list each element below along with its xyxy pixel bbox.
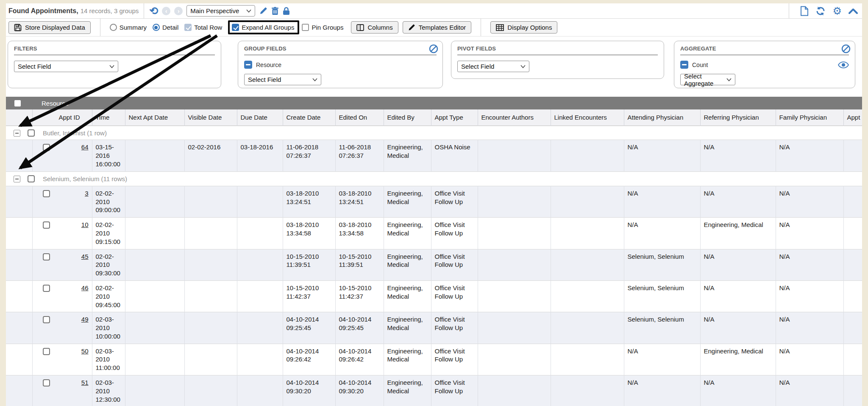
row-select-checkbox[interactable]	[43, 316, 50, 323]
group-expand-checkbox[interactable]	[14, 176, 20, 182]
row-select-checkbox[interactable]	[43, 379, 50, 386]
new-document-icon[interactable]	[800, 6, 809, 16]
pin-groups-checkbox[interactable]: Pin Groups	[302, 24, 343, 31]
col-next-apt-date[interactable]: Next Apt Date	[125, 109, 184, 126]
cell	[843, 186, 862, 217]
cell: N/A	[776, 312, 843, 344]
cell	[551, 280, 624, 312]
col-appt-type[interactable]: Appt Type	[431, 109, 478, 126]
col-attending-physician[interactable]: Attending Physician	[624, 109, 700, 126]
row-select-checkbox[interactable]	[43, 285, 50, 292]
gear-icon[interactable]: ⚙	[832, 6, 842, 16]
col-edited-on[interactable]: Edited On	[335, 109, 384, 126]
filters-title: FILTERS	[14, 45, 215, 55]
col-due-date[interactable]: Due Date	[237, 109, 283, 126]
filters-panel: FILTERS Select Field	[8, 41, 221, 88]
cell	[551, 249, 624, 280]
appt-id-link[interactable]: 46	[81, 284, 89, 291]
appt-id-link[interactable]: 45	[81, 253, 89, 260]
columns-icon	[356, 24, 364, 31]
divider	[100, 19, 100, 36]
appointments-table: Resource Appt ID Time Next Apt Date Visi…	[6, 97, 862, 406]
aggregate-select[interactable]: Select Aggregate	[680, 74, 735, 85]
col-appt-re[interactable]: Appt Re	[843, 109, 862, 126]
col-appt-id[interactable]: Appt ID	[32, 109, 92, 126]
group-field-resource: Resource	[256, 62, 281, 68]
chevron-down-icon	[246, 9, 251, 13]
cell	[843, 140, 862, 171]
clear-aggregate-icon[interactable]	[841, 44, 851, 53]
group-row: Selenium, Selenium (11 rows)	[6, 171, 862, 186]
appt-id-cell: 3	[32, 186, 92, 217]
col-time[interactable]: Time	[92, 109, 125, 126]
cell	[125, 312, 184, 344]
col-visible-date[interactable]: Visible Date	[184, 109, 237, 126]
col-family-physician[interactable]: Family Physician	[776, 109, 843, 126]
col-linked-encounters[interactable]: Linked Encounters	[551, 109, 624, 126]
total-row-checkbox[interactable]: Total Row	[184, 24, 222, 31]
perspective-select[interactable]: Main Perspective	[186, 5, 255, 17]
collapse-panel-icon[interactable]	[849, 8, 858, 14]
columns-button[interactable]: Columns	[351, 21, 398, 34]
cell	[551, 140, 624, 171]
pivot-fields-select-value: Select Field	[461, 63, 494, 70]
toolbar: Store Displayed Data Summary Detail Tota…	[6, 19, 862, 36]
group-fields-select[interactable]: Select Field	[244, 74, 321, 85]
forward-icon[interactable]: ›	[174, 7, 183, 15]
summary-radio[interactable]: Summary	[110, 24, 147, 31]
remove-resource-field-icon[interactable]	[244, 61, 252, 69]
cell	[843, 280, 862, 312]
group-select-checkbox[interactable]	[28, 175, 35, 182]
undo-icon[interactable]: ⟲	[149, 6, 158, 16]
row-select-checkbox[interactable]	[43, 221, 50, 229]
select-all-checkbox[interactable]	[14, 100, 21, 106]
group-expand-checkbox[interactable]	[14, 130, 20, 137]
group-fields-panel: GROUP FIELDS Resource Select Field	[238, 41, 443, 88]
eye-icon[interactable]	[838, 62, 849, 68]
appt-id-link[interactable]: 51	[81, 379, 89, 386]
display-options-button[interactable]: Display Options	[490, 21, 557, 34]
row-select-checkbox[interactable]	[43, 144, 50, 151]
cell: 03-18-2010 13:24:51	[283, 186, 335, 217]
col-encounter-authors[interactable]: Encounter Authors	[478, 109, 551, 126]
row-controls-cell	[6, 312, 32, 344]
col-create-date[interactable]: Create Date	[283, 109, 335, 126]
row-select-checkbox[interactable]	[43, 348, 50, 355]
templates-editor-button[interactable]: Templates Editor	[403, 21, 472, 34]
edit-perspective-icon[interactable]	[259, 7, 267, 15]
lock-icon[interactable]	[283, 7, 290, 15]
filters-field-select[interactable]: Select Field	[14, 61, 118, 72]
cell	[184, 186, 237, 217]
appt-id-cell: 10	[32, 218, 92, 249]
remove-count-aggregate-icon[interactable]	[680, 61, 688, 69]
appt-id-link[interactable]: 64	[81, 143, 89, 151]
delete-perspective-icon[interactable]	[271, 7, 279, 15]
save-icon	[14, 24, 22, 31]
appt-id-cell: 50	[32, 344, 92, 375]
appt-id-link[interactable]: 50	[81, 347, 89, 355]
store-displayed-data-button[interactable]: Store Displayed Data	[8, 21, 91, 34]
appointment-row: 1002-02-2010 09:15:0003-18-2010 13:34:58…	[6, 218, 862, 249]
radio-icon	[110, 24, 117, 31]
detail-radio[interactable]: Detail	[153, 24, 178, 31]
appt-id-link[interactable]: 3	[85, 190, 88, 197]
refresh-icon[interactable]	[815, 6, 826, 16]
row-select-checkbox[interactable]	[43, 190, 50, 197]
cell	[843, 375, 862, 406]
appt-id-link[interactable]: 10	[81, 221, 89, 228]
col-referring-physician[interactable]: Referring Physician	[700, 109, 776, 126]
cell: Selenium, Selenium	[624, 312, 700, 344]
back-icon[interactable]: ‹	[162, 7, 170, 15]
group-select-checkbox[interactable]	[28, 129, 35, 137]
appt-id-link[interactable]: 49	[81, 316, 89, 323]
cell: 04-10-2014 09:30:20	[283, 375, 335, 406]
cell	[478, 344, 551, 375]
row-controls-cell	[6, 218, 32, 249]
cell	[237, 280, 283, 312]
clear-group-fields-icon[interactable]	[429, 44, 438, 53]
pivot-fields-select[interactable]: Select Field	[457, 61, 529, 72]
cell	[184, 280, 237, 312]
expand-all-groups-checkbox[interactable]: Expand All Groups	[232, 24, 294, 31]
row-select-checkbox[interactable]	[43, 253, 50, 260]
col-edited-by[interactable]: Edited By	[384, 109, 431, 126]
